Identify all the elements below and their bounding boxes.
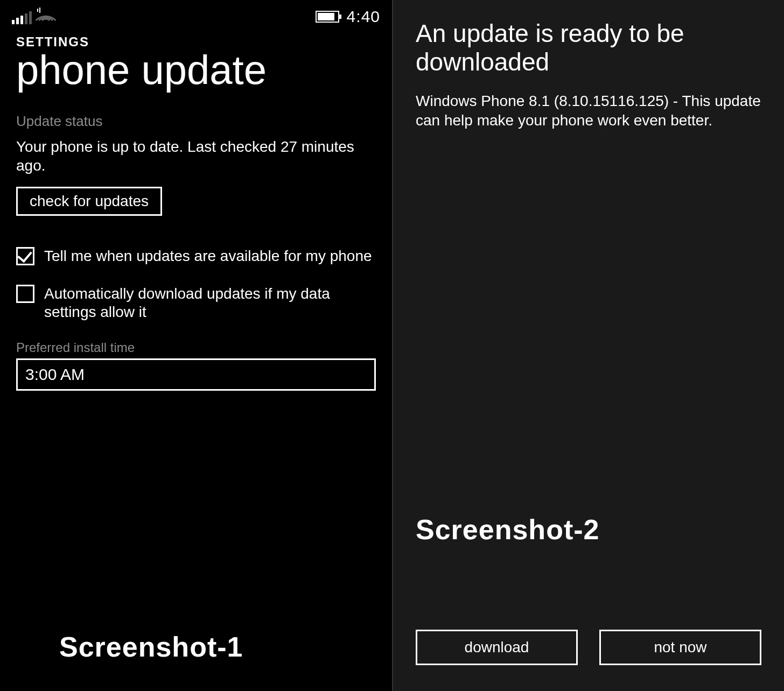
caption-screenshot-1: Screenshot-1 <box>59 631 243 663</box>
phone-update-settings-screen: 4:40 SETTINGS phone update Update status… <box>0 0 392 691</box>
install-time-label: Preferred install time <box>0 340 392 355</box>
check-for-updates-button[interactable]: check for updates <box>16 187 162 216</box>
update-status-text: Your phone is up to date. Last checked 2… <box>0 134 392 175</box>
wifi-icon <box>40 9 59 24</box>
action-bar: download not now <box>393 630 784 665</box>
update-ready-screen: An update is ready to be downloaded Wind… <box>392 0 784 691</box>
page-title: phone update <box>0 50 392 90</box>
option-label: Automatically download updates if my dat… <box>44 285 376 321</box>
download-button[interactable]: download <box>416 630 578 665</box>
clock: 4:40 <box>347 8 380 26</box>
update-ready-body: Windows Phone 8.1 (8.10.15116.125) - Thi… <box>393 76 784 131</box>
checkbox-icon[interactable] <box>16 247 34 265</box>
status-bar: 4:40 <box>0 0 392 29</box>
option-label: Tell me when updates are available for m… <box>44 247 372 265</box>
not-now-button[interactable]: not now <box>599 630 761 665</box>
caption-screenshot-2: Screenshot-2 <box>416 513 599 546</box>
section-label-update-status: Update status <box>0 90 392 134</box>
install-time-picker[interactable]: 3:00 AM <box>16 358 376 391</box>
battery-icon <box>316 11 339 23</box>
option-notify-updates[interactable]: Tell me when updates are available for m… <box>16 247 376 265</box>
signal-icon <box>12 10 32 24</box>
update-ready-title: An update is ready to be downloaded <box>393 0 784 76</box>
option-auto-download[interactable]: Automatically download updates if my dat… <box>16 285 376 321</box>
checkbox-icon[interactable] <box>16 285 34 303</box>
